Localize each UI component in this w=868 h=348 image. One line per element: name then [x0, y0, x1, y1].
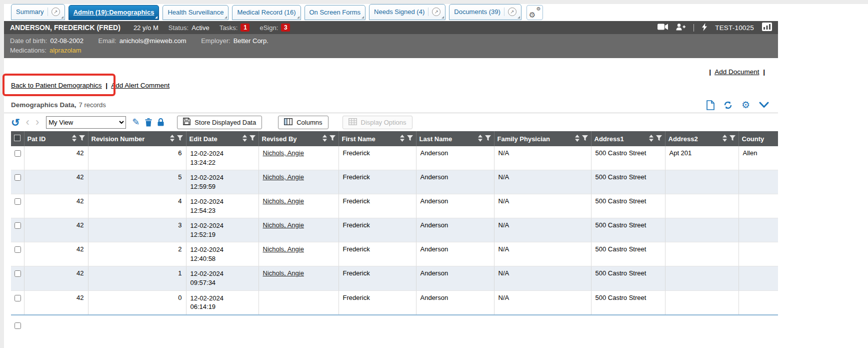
cell-address1: 500 Castro Street	[591, 242, 665, 266]
delete-trash-icon[interactable]	[145, 118, 152, 127]
refresh-icon[interactable]	[724, 101, 732, 110]
cell-family-physician: N/A	[494, 194, 591, 218]
display-options-icon	[348, 118, 357, 127]
popout-icon[interactable]: ↗	[432, 8, 440, 16]
tab-documents[interactable]: Documents (39) ↗	[449, 4, 521, 20]
revised-by-link[interactable]: Nichols, Angie	[263, 269, 304, 277]
row-checkbox[interactable]	[14, 246, 21, 253]
tab-admin-demographics[interactable]: Admin (19):Demographics	[68, 5, 160, 20]
bar-chart-icon[interactable]	[762, 23, 772, 33]
sort-icon[interactable]	[242, 135, 247, 143]
filter-icon[interactable]	[177, 135, 183, 143]
select-all-checkbox[interactable]	[14, 135, 20, 141]
lightning-bolt-icon[interactable]	[702, 23, 707, 33]
filter-icon[interactable]	[250, 135, 256, 143]
row-checkbox[interactable]	[14, 322, 21, 329]
row-checkbox[interactable]	[14, 222, 21, 229]
column-header-address2[interactable]: Address2	[665, 131, 738, 146]
cell-pat-id: 42	[24, 218, 88, 242]
cell-county	[738, 170, 778, 194]
undo-icon[interactable]: ↺	[11, 117, 20, 128]
row-checkbox[interactable]	[14, 198, 21, 205]
column-header-pat-id[interactable]: Pat ID	[24, 131, 88, 146]
cell-county: Allen	[738, 146, 778, 170]
revised-by-link[interactable]: Nichols, Angie	[263, 197, 304, 205]
filter-icon[interactable]	[582, 135, 588, 143]
row-select-cell	[11, 170, 24, 194]
filter-icon[interactable]	[79, 135, 85, 143]
sort-icon[interactable]	[170, 135, 174, 143]
add-person-icon[interactable]	[676, 24, 686, 32]
select-all-header[interactable]	[11, 131, 24, 146]
settings-gear-icon[interactable]: ⚙	[742, 100, 750, 110]
column-header-edit-date[interactable]: Edit Date	[186, 131, 258, 146]
lock-icon[interactable]	[158, 118, 164, 126]
revised-by-link[interactable]: Nichols, Angie	[263, 245, 304, 253]
popout-icon[interactable]: ↗	[52, 8, 60, 16]
store-displayed-data-button[interactable]: Store Displayed Data	[177, 116, 262, 129]
column-label: First Name	[342, 135, 398, 143]
back-to-patient-demographics-link[interactable]: Back to Patient Demographics	[11, 82, 102, 89]
chevron-down-icon[interactable]	[759, 102, 769, 108]
page-links: Back to Patient Demographics | Add Alert…	[4, 77, 778, 97]
view-select[interactable]: My View	[46, 116, 126, 129]
sort-icon[interactable]	[649, 135, 654, 143]
filter-icon[interactable]	[485, 135, 491, 143]
tab-summary[interactable]: Summary ↗	[11, 4, 65, 20]
column-header-family-physician[interactable]: Family Physician	[494, 131, 591, 146]
column-header-first-name[interactable]: First Name	[338, 131, 416, 146]
sort-icon[interactable]	[322, 135, 327, 143]
sort-icon[interactable]	[478, 135, 482, 143]
content-area: | Add Document | Back to Patient Demogra…	[4, 58, 778, 331]
sort-icon[interactable]	[575, 135, 580, 143]
tab-on-screen-forms[interactable]: On Screen Forms	[304, 5, 366, 20]
column-header-address1[interactable]: Address1	[591, 131, 665, 146]
top-right-links: | Add Document |	[4, 58, 778, 77]
revised-by-link[interactable]: Nichols, Angie	[263, 173, 304, 181]
row-checkbox[interactable]	[14, 174, 21, 181]
revised-by-link[interactable]: Nichols, Angie	[263, 149, 304, 157]
filter-icon[interactable]	[330, 135, 336, 143]
edit-time: 12:52:19	[190, 230, 254, 239]
esign-badge[interactable]: 3	[281, 24, 290, 32]
row-checkbox[interactable]	[14, 270, 21, 277]
cell-address1: 500 Castro Street	[591, 266, 665, 290]
cell-revision-number: 6	[88, 146, 186, 170]
edit-pencil-icon[interactable]: ✎	[132, 118, 140, 127]
tab-health-surveillance[interactable]: Health Surveillance	[162, 5, 228, 20]
tab-medical-record[interactable]: Medical Record (16)	[232, 5, 300, 20]
column-header-last-name[interactable]: Last Name	[416, 131, 494, 146]
cell-revised-by: Nichols, Angie	[258, 242, 338, 266]
filter-icon[interactable]	[656, 135, 662, 143]
popout-icon[interactable]: ↗	[508, 8, 516, 16]
new-document-icon[interactable]	[706, 100, 714, 110]
patient-employer: Employer: Better Corp.	[201, 37, 268, 45]
cell-family-physician: N/A	[494, 218, 591, 242]
row-checkbox[interactable]	[14, 150, 21, 157]
column-header-revision-number[interactable]: Revision Number	[88, 131, 186, 146]
revised-by-link[interactable]: Nichols, Angie	[263, 221, 304, 229]
tasks-badge[interactable]: 1	[240, 24, 250, 32]
columns-button[interactable]: Columns	[278, 116, 328, 129]
add-document-link[interactable]: Add Document	[714, 68, 759, 76]
tab-settings-button[interactable]: ⚙ ⚙	[526, 5, 543, 20]
sort-icon[interactable]	[72, 135, 76, 143]
row-checkbox[interactable]	[14, 295, 21, 301]
video-camera-icon[interactable]	[658, 24, 668, 32]
cell-last-name: Anderson	[416, 194, 494, 218]
cell-pat-id: 42	[24, 194, 88, 218]
table-row: 42 3 12-02-202412:52:19 Nichols, Angie F…	[11, 218, 778, 242]
table-row: 42 2 12-02-202412:40:58 Nichols, Angie F…	[11, 242, 778, 266]
record-count: 7 records	[79, 101, 106, 109]
add-alert-comment-link[interactable]: Add Alert Comment	[111, 82, 170, 89]
sort-icon[interactable]	[400, 135, 404, 143]
column-header-county[interactable]: County	[738, 131, 778, 146]
table-row: 42 0 12-02-202406:14:19 Frederick Anders…	[11, 290, 778, 315]
sort-icon[interactable]	[722, 135, 727, 143]
filter-icon[interactable]	[407, 135, 413, 143]
medications-value[interactable]: alprazolam	[50, 47, 82, 54]
tab-needs-signed[interactable]: Needs Signed (4) ↗	[369, 4, 446, 20]
filter-icon[interactable]	[730, 135, 736, 143]
column-header-revised-by[interactable]: Revised By	[258, 131, 338, 146]
tab-label: Documents (39)	[454, 8, 500, 16]
